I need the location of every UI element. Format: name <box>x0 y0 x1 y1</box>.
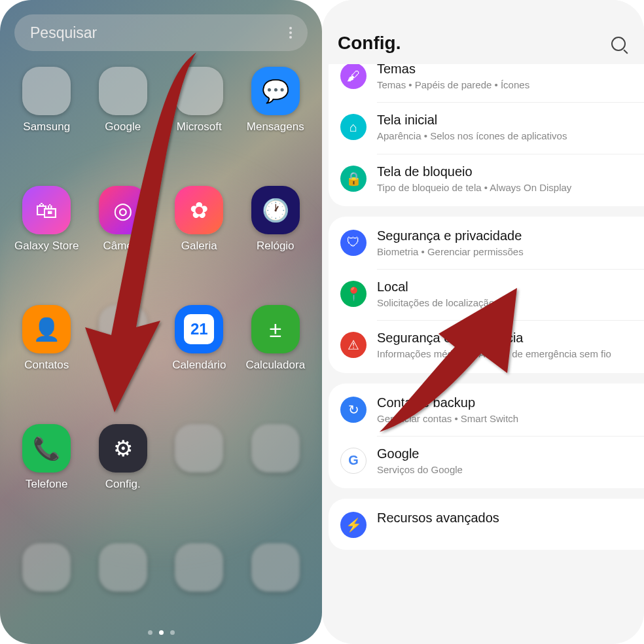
app-calculadora[interactable]: ±Calculadora <box>241 305 311 395</box>
settings-item-subtitle: Informações médicas • Alertas de emergên… <box>377 348 611 361</box>
app-rel-gio[interactable]: 🕐Relógio <box>241 186 311 276</box>
settings-icon: 🛡 <box>340 230 367 256</box>
app-blurred[interactable] <box>241 424 311 514</box>
app-telefone[interactable]: 📞Telefone <box>12 424 82 514</box>
folder-icon <box>175 67 223 115</box>
page-title: Config. <box>338 33 401 54</box>
blurred-app-icon <box>251 424 300 473</box>
app-icon: ± <box>251 305 300 353</box>
settings-item-subtitle: Solicitações de localização <box>377 296 494 310</box>
settings-item-subtitle: Temas • Papéis de parede • Ícones <box>377 79 529 92</box>
settings-item-title: Google <box>377 446 463 461</box>
app-label: Relógio <box>257 240 295 253</box>
app-icon: ✿ <box>175 186 223 234</box>
app-label: Google <box>105 120 141 134</box>
settings-group: 🖌TemasTemas • Papéis de parede • Ícones⌂… <box>329 64 644 206</box>
app-label: Microsoft <box>177 120 222 134</box>
settings-item-title: Segurança e privacidade <box>377 228 524 243</box>
page-indicator <box>0 630 322 635</box>
app-blurred[interactable] <box>12 543 82 620</box>
search-bar[interactable]: Pesquisar <box>14 14 308 51</box>
app-icon: ◎ <box>99 186 147 234</box>
app-calend-rio[interactable]: 21Calendário <box>164 305 234 395</box>
settings-item-subtitle: Aparência • Selos nos ícones de aplicati… <box>377 130 567 143</box>
app-label: Samsung <box>23 120 70 134</box>
app-label: Câmera <box>103 240 143 253</box>
blurred-app-icon <box>99 543 147 592</box>
app-icon: 21 <box>175 305 223 353</box>
app-galeria[interactable]: ✿Galeria <box>164 186 234 276</box>
settings-item-contas-e-backup[interactable]: ↻Contas e backupGerenciar contas • Smart… <box>329 385 644 436</box>
app-label: Notas <box>109 359 137 372</box>
settings-group: ↻Contas e backupGerenciar contas • Smart… <box>329 384 644 489</box>
settings-icon: ⌂ <box>340 114 367 140</box>
app-c-mera[interactable]: ◎Câmera <box>88 186 158 276</box>
app-label: Galaxy Store <box>14 240 79 253</box>
app-label: Calendário <box>172 359 226 372</box>
settings-item-seguran-a-e-emerg-ncia[interactable]: ⚠Segurança e emergênciaInformações médic… <box>329 320 644 371</box>
app-label: Calculadora <box>245 359 305 372</box>
settings-item-title: Local <box>377 279 494 295</box>
settings-header: Config. <box>322 0 644 64</box>
more-icon[interactable] <box>289 27 292 39</box>
settings-item-subtitle: Biometria • Gerenciar permissões <box>377 245 524 259</box>
settings-item-local[interactable]: 📍LocalSolicitações de localização <box>329 269 644 320</box>
app-icon: 🕐 <box>251 186 300 234</box>
settings-icon: 🖌 <box>340 64 367 89</box>
blurred-app-icon <box>251 543 300 592</box>
blurred-app-icon <box>175 543 223 592</box>
settings-screen: Config. 🖌TemasTemas • Papéis de parede •… <box>322 0 644 644</box>
settings-item-temas[interactable]: 🖌TemasTemas • Papéis de parede • Ícones <box>329 64 644 102</box>
app-microsoft[interactable]: Microsoft <box>164 67 234 157</box>
settings-item-google[interactable]: GGoogleServiços do Google <box>329 436 644 487</box>
app-label: Config. <box>105 478 141 491</box>
app-icon: 👤 <box>22 305 71 353</box>
settings-item-seguran-a-e-privacidade[interactable]: 🛡Segurança e privacidadeBiometria • Gere… <box>329 218 644 269</box>
app-icon: 💬 <box>251 67 300 115</box>
search-placeholder: Pesquisar <box>30 24 97 42</box>
search-icon[interactable] <box>611 37 628 54</box>
settings-item-subtitle: Gerenciar contas • Smart Switch <box>377 412 518 425</box>
settings-item-tela-inicial[interactable]: ⌂Tela inicialAparência • Selos nos ícone… <box>329 102 644 153</box>
app-label: Galeria <box>181 240 217 253</box>
app-blurred[interactable] <box>164 543 234 620</box>
settings-icon: ⚡ <box>340 512 367 538</box>
app-config-[interactable]: ⚙Config. <box>88 424 158 514</box>
app-label: Contatos <box>24 359 69 372</box>
app-label: Mensagens <box>247 120 304 134</box>
app-drawer-screen: Pesquisar SamsungGoogleMicrosoft💬Mensage… <box>0 0 322 644</box>
app-icon: ⚙ <box>99 424 147 473</box>
blurred-app-icon <box>99 305 147 353</box>
app-google[interactable]: Google <box>88 67 158 157</box>
settings-item-title: Tela de bloqueio <box>377 164 571 179</box>
settings-item-title: Contas e backup <box>377 395 518 410</box>
app-blurred[interactable] <box>164 424 234 514</box>
folder-icon <box>99 67 147 115</box>
settings-group: 🛡Segurança e privacidadeBiometria • Gere… <box>329 217 644 373</box>
app-galaxy-store[interactable]: 🛍Galaxy Store <box>12 186 82 276</box>
app-contatos[interactable]: 👤Contatos <box>12 305 82 395</box>
settings-item-recursos-avan-ados[interactable]: ⚡Recursos avançados <box>329 500 644 548</box>
settings-group: ⚡Recursos avançados <box>329 499 644 550</box>
settings-icon: ⚠ <box>340 332 367 358</box>
settings-icon: 📍 <box>340 281 367 307</box>
app-grid: SamsungGoogleMicrosoft💬Mensagens🛍Galaxy … <box>12 65 310 620</box>
app-icon: 📞 <box>22 424 71 473</box>
folder-icon <box>22 67 71 115</box>
app-blurred[interactable] <box>241 543 311 620</box>
app-blurred[interactable] <box>88 543 158 620</box>
settings-list[interactable]: 🖌TemasTemas • Papéis de parede • Ícones⌂… <box>329 64 644 644</box>
app-samsung[interactable]: Samsung <box>12 67 82 157</box>
app-notas[interactable]: Notas <box>88 305 158 395</box>
settings-icon: ↻ <box>340 397 367 423</box>
app-mensagens[interactable]: 💬Mensagens <box>241 67 311 157</box>
settings-item-tela-de-bloqueio[interactable]: 🔒Tela de bloqueioTipo de bloqueio de tel… <box>329 154 644 205</box>
settings-item-subtitle: Tipo de bloqueio de tela • Always On Dis… <box>377 181 571 194</box>
settings-item-title: Temas <box>377 64 529 77</box>
settings-icon: G <box>340 448 367 474</box>
app-icon: 🛍 <box>22 186 71 234</box>
settings-item-title: Segurança e emergência <box>377 331 611 346</box>
app-label: Telefone <box>26 478 67 491</box>
blurred-app-icon <box>22 543 71 592</box>
settings-icon: 🔒 <box>340 166 367 192</box>
